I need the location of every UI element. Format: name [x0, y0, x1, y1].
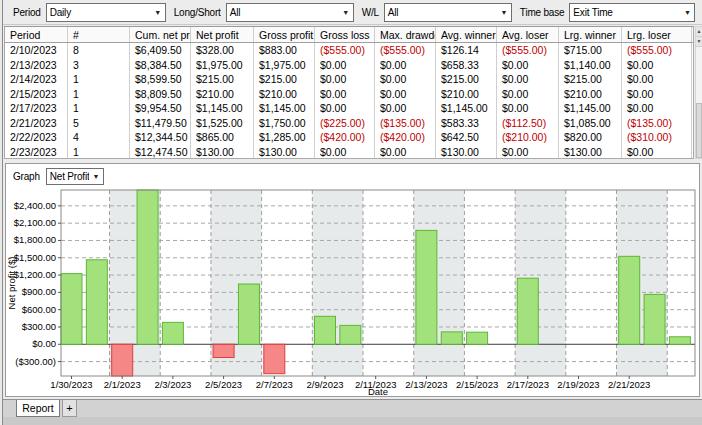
- cell: $8,809.50: [130, 87, 191, 102]
- cell: $0.00: [315, 145, 375, 160]
- cell: $1,975.00: [254, 58, 315, 73]
- period-select[interactable]: Daily ▼: [46, 3, 166, 22]
- cell: $0.00: [497, 145, 559, 160]
- column-header[interactable]: Gross profit: [254, 27, 315, 42]
- cell: ($555.00): [622, 43, 692, 58]
- cell: $658.33: [436, 58, 497, 73]
- cell: ($420.00): [375, 130, 436, 145]
- chart-bar: [61, 274, 82, 345]
- cell: $0.00: [497, 101, 559, 116]
- table-row[interactable]: 2/17/20231$9,954.50$1,145.00$1,145.00$0.…: [5, 101, 693, 116]
- cell: $130.00: [559, 145, 622, 160]
- cell: ($210.00): [497, 130, 559, 145]
- column-header[interactable]: Max. drawdown: [375, 27, 436, 42]
- chart-bar: [669, 337, 690, 344]
- column-header[interactable]: Lrg. loser: [622, 27, 692, 42]
- column-header[interactable]: Cum. net profit: [130, 27, 191, 42]
- table-row[interactable]: 2/10/20238$6,409.50$328.00$883.00($555.0…: [5, 43, 693, 58]
- cell: $0.00: [315, 101, 375, 116]
- cell: $0.00: [315, 58, 375, 73]
- table-row[interactable]: 2/21/20235$11,479.50$1,525.00$1,750.00($…: [5, 116, 693, 131]
- chart-bar: [467, 332, 488, 344]
- cell: $0.00: [375, 87, 436, 102]
- table-row[interactable]: 2/13/20233$8,384.50$1,975.00$1,975.00$0.…: [5, 58, 693, 73]
- cell: $1,145.00: [254, 101, 315, 116]
- x-tick-label: 2/19/2023: [557, 379, 599, 390]
- tab-add[interactable]: +: [62, 400, 77, 417]
- scrollbar-thumb[interactable]: [696, 103, 702, 158]
- chart-bar: [619, 256, 640, 344]
- table-row[interactable]: 2/15/20231$8,809.50$210.00$210.00$0.00$0…: [5, 87, 693, 102]
- y-tick-label: $0.00: [32, 338, 56, 349]
- table-row[interactable]: 2/14/20231$8,599.50$215.00$215.00$0.00$0…: [5, 72, 693, 87]
- x-tick-label: 1/30/2023: [50, 379, 92, 390]
- chevron-down-icon: ▼: [151, 9, 165, 16]
- cell: 1: [68, 101, 130, 116]
- timebase-select-value: Exit Time: [570, 7, 680, 18]
- cell: 4: [68, 130, 130, 145]
- chart-bar: [416, 230, 437, 344]
- cell: $1,750.00: [254, 116, 315, 131]
- column-header[interactable]: Lrg. winner: [559, 27, 622, 42]
- column-header[interactable]: Avg. loser: [497, 27, 559, 42]
- column-header[interactable]: Net profit: [191, 27, 254, 42]
- cell: $1,975.00: [191, 58, 254, 73]
- chart-bar: [238, 284, 259, 344]
- cell: 1: [68, 145, 130, 160]
- cell: $130.00: [436, 145, 497, 160]
- wl-select[interactable]: All ▼: [384, 3, 512, 22]
- scroll-down-icon: ▼: [697, 38, 702, 44]
- chart-bar: [315, 316, 336, 344]
- bottom-tab-bar: Report +: [3, 399, 702, 417]
- cell: 2/23/2023: [5, 145, 68, 160]
- column-header[interactable]: #: [68, 27, 130, 42]
- column-header[interactable]: Period: [5, 27, 68, 42]
- cell: $0.00: [315, 72, 375, 87]
- cell: ($420.00): [315, 130, 375, 145]
- chart-bar: [86, 260, 107, 344]
- chart-bar: [213, 344, 234, 357]
- column-header[interactable]: Avg. winner: [436, 27, 497, 42]
- x-tick-label: 2/3/2023: [154, 379, 191, 390]
- graph-type-value: Net Profit: [47, 171, 89, 182]
- cell: $820.00: [559, 130, 622, 145]
- cell: $0.00: [622, 58, 692, 73]
- timebase-select[interactable]: Exit Time ▼: [569, 3, 695, 22]
- cell: ($135.00): [375, 116, 436, 131]
- chart-bar: [112, 344, 133, 376]
- cell: $1,525.00: [191, 116, 254, 131]
- cell: $1,145.00: [191, 101, 254, 116]
- cell: $328.00: [191, 43, 254, 58]
- scroll-up-button[interactable]: ▲: [696, 27, 702, 37]
- graph-type-select[interactable]: Net Profit ▼: [46, 168, 104, 185]
- table-row[interactable]: 2/22/20234$12,344.50$865.00$1,285.00($42…: [5, 130, 693, 145]
- cell: ($112.50): [497, 116, 559, 131]
- y-tick-label: ($300.00): [15, 356, 56, 367]
- y-tick-label: $1,500.00: [14, 252, 56, 263]
- table-row[interactable]: 2/23/20231$12,474.50$130.00$130.00$0.00$…: [5, 145, 693, 160]
- x-tick-label: 2/1/2023: [104, 379, 141, 390]
- cell: $210.00: [191, 87, 254, 102]
- y-tick-label: $300.00: [22, 321, 56, 332]
- scroll-down-button[interactable]: ▼: [696, 37, 702, 47]
- filter-toolbar: Period Daily ▼ Long/Short All ▼ W/L All …: [3, 0, 702, 25]
- cell: 2/10/2023: [5, 43, 68, 58]
- longshort-select[interactable]: All ▼: [226, 3, 354, 22]
- x-tick-label: 2/21/2023: [608, 379, 650, 390]
- cell: ($225.00): [315, 116, 375, 131]
- chart-bar: [517, 278, 538, 344]
- cell: $126.14: [436, 43, 497, 58]
- cell: 1: [68, 72, 130, 87]
- column-header[interactable]: Gross loss: [315, 27, 375, 42]
- cell: $1,085.00: [559, 116, 622, 131]
- cell: $1,140.00: [559, 58, 622, 73]
- table-scrollbar[interactable]: ▲ ▼: [695, 26, 702, 159]
- tab-report[interactable]: Report: [16, 400, 60, 417]
- cell: $883.00: [254, 43, 315, 58]
- cell: $130.00: [191, 145, 254, 160]
- cell: $0.00: [497, 58, 559, 73]
- longshort-select-value: All: [227, 7, 339, 18]
- graph-toolbar: Graph Net Profit ▼: [6, 164, 699, 188]
- table-header-row: Period#Cum. net profitNet profitGross pr…: [5, 27, 693, 43]
- cell: $1,145.00: [559, 101, 622, 116]
